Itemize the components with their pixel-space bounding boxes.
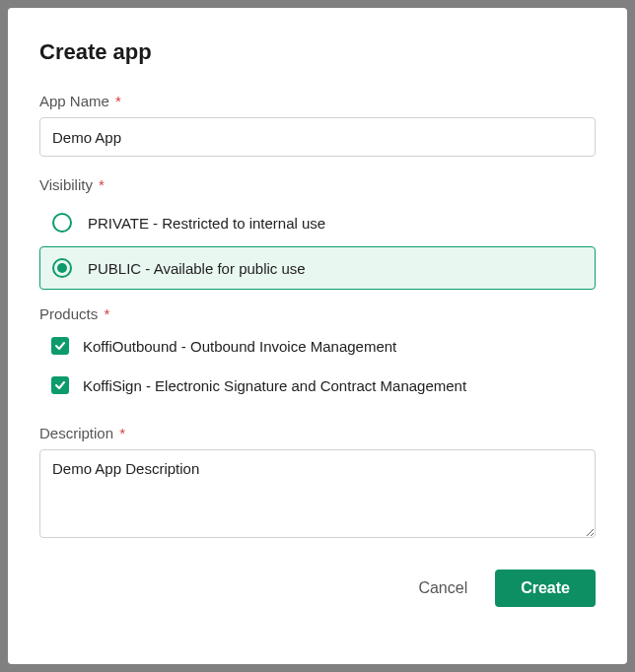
description-label-text: Description — [39, 425, 113, 441]
cancel-button[interactable]: Cancel — [414, 571, 471, 605]
app-name-input[interactable] — [39, 117, 596, 157]
products-label: Products * — [39, 305, 596, 322]
visibility-option-private[interactable]: PRIVATE - Restricted to internal use — [39, 201, 596, 244]
app-name-label-text: App Name — [39, 93, 109, 109]
radio-icon — [52, 258, 72, 278]
visibility-label-text: Visibility — [39, 176, 93, 193]
description-label: Description * — [39, 425, 596, 441]
visibility-option-label: PUBLIC - Available for public use — [88, 260, 306, 277]
radio-icon — [52, 213, 72, 233]
visibility-option-label: PRIVATE - Restricted to internal use — [88, 215, 325, 232]
visibility-radio-group: PRIVATE - Restricted to internal use PUB… — [39, 201, 596, 290]
create-app-dialog: Create app App Name * Visibility * PRIVA… — [8, 8, 627, 664]
required-mark: * — [119, 425, 125, 441]
product-option-koffioutbound[interactable]: KoffiOutbound - Outbound Invoice Managem… — [39, 330, 596, 362]
description-textarea[interactable] — [39, 449, 596, 538]
product-option-label: KoffiSign - Electronic Signature and Con… — [83, 377, 466, 394]
dialog-backdrop: Create app App Name * Visibility * PRIVA… — [0, 0, 635, 672]
dialog-title: Create app — [39, 39, 596, 65]
required-mark: * — [104, 305, 109, 322]
app-name-label: App Name * — [39, 93, 596, 109]
product-option-koffisign[interactable]: KoffiSign - Electronic Signature and Con… — [39, 370, 596, 401]
products-label-text: Products — [39, 305, 98, 322]
product-option-label: KoffiOutbound - Outbound Invoice Managem… — [83, 338, 396, 355]
create-button[interactable]: Create — [495, 570, 596, 607]
checkbox-icon — [51, 376, 69, 394]
dialog-footer: Cancel Create — [39, 570, 596, 607]
required-mark: * — [115, 93, 121, 109]
visibility-label: Visibility * — [39, 176, 596, 193]
checkbox-icon — [51, 337, 69, 355]
required-mark: * — [99, 176, 105, 193]
products-checkbox-group: KoffiOutbound - Outbound Invoice Managem… — [39, 330, 596, 401]
visibility-option-public[interactable]: PUBLIC - Available for public use — [39, 246, 596, 290]
